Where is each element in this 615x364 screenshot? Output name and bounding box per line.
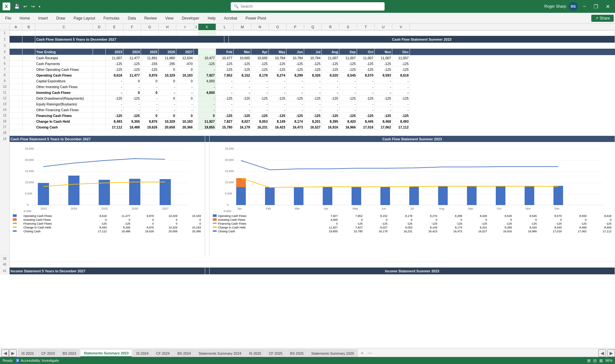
data-cell[interactable]: 9,876 [141, 72, 159, 78]
data-cell[interactable]: 10,695 [234, 55, 251, 61]
restore-button[interactable]: ❐ [591, 3, 601, 10]
col-header-p[interactable]: P [287, 24, 304, 30]
data-cell[interactable] [93, 101, 106, 107]
data-cell[interactable]: -125 [375, 67, 392, 72]
data-cell[interactable]: - [269, 107, 287, 113]
data-cell[interactable]: -125 [392, 61, 410, 67]
data-cell[interactable]: - [269, 101, 287, 107]
data-cell[interactable]: -125 [251, 113, 269, 119]
data-cell[interactable]: - [216, 107, 234, 113]
data-cell[interactable]: 8,545 [339, 72, 357, 78]
col-aug[interactable]: Aug [322, 49, 339, 55]
data-cell[interactable]: 0 [159, 67, 176, 72]
scrollbar-right[interactable]: ▶ [607, 349, 615, 357]
data-cell[interactable]: -125 [375, 61, 392, 67]
data-cell[interactable]: - [176, 107, 194, 113]
data-cell[interactable] [194, 119, 198, 124]
data-cell[interactable]: -125 [269, 61, 287, 67]
data-cell[interactable]: -125 [304, 113, 322, 119]
data-cell[interactable]: -125 [339, 67, 357, 72]
cell-c1[interactable] [35, 30, 93, 36]
data-cell[interactable]: 0 [141, 90, 159, 95]
data-cell[interactable]: 0 [176, 95, 194, 101]
data-cell[interactable]: 0 [123, 90, 141, 95]
data-cell[interactable]: -125 [216, 67, 234, 72]
minimize-button[interactable]: − [580, 3, 588, 10]
data-cell[interactable] [10, 124, 22, 130]
data-cell[interactable] [194, 78, 198, 84]
data-cell[interactable]: - [375, 101, 392, 107]
col-header-u[interactable]: U [375, 24, 392, 30]
cell-j1[interactable] [194, 30, 198, 36]
cell-row39[interactable] [10, 256, 615, 262]
data-cell[interactable]: 10,477 [216, 55, 234, 61]
col-header-n[interactable]: N [251, 24, 269, 30]
data-cell[interactable]: 8,395 [322, 119, 339, 124]
data-cell[interactable]: 11,007 [375, 55, 392, 61]
data-cell[interactable]: 0 [176, 113, 194, 119]
data-cell[interactable] [10, 101, 22, 107]
data-cell[interactable]: - [141, 95, 159, 101]
data-cell[interactable]: 16,179 [234, 124, 251, 130]
data-cell[interactable]: 11,927 [198, 119, 216, 124]
data-cell[interactable]: - [251, 78, 269, 84]
sheet-tab-cf2024[interactable]: CF 2024 [153, 349, 173, 357]
data-cell[interactable]: - [198, 101, 216, 107]
data-cell[interactable]: Other Operating Cash Flows [35, 67, 93, 72]
data-cell[interactable] [22, 107, 35, 113]
data-cell[interactable]: 11,860 [159, 55, 176, 61]
data-cell[interactable]: - [198, 107, 216, 113]
data-cell[interactable]: - [322, 101, 339, 107]
data-cell[interactable]: - [216, 101, 234, 107]
data-cell[interactable]: - [106, 107, 123, 113]
data-cell[interactable]: - [234, 78, 251, 84]
data-cell[interactable]: 8,274 [269, 72, 287, 78]
data-cell[interactable] [22, 67, 35, 72]
data-cell[interactable]: -125 [234, 95, 251, 101]
data-cell[interactable]: - [176, 101, 194, 107]
data-cell[interactable]: - [357, 90, 375, 95]
data-cell[interactable]: 10,329 [159, 119, 176, 124]
data-cell[interactable] [22, 124, 35, 130]
data-cell[interactable]: - [106, 78, 123, 84]
data-cell[interactable]: - [339, 101, 357, 107]
data-cell[interactable]: - [106, 84, 123, 90]
data-cell[interactable]: - [269, 78, 287, 84]
col-header-v[interactable]: V [392, 24, 410, 30]
data-cell[interactable]: 0 [123, 78, 141, 84]
col-header-b[interactable]: B [22, 24, 35, 30]
cell-j2[interactable] [224, 36, 229, 43]
data-cell[interactable]: - [304, 78, 322, 84]
cell-b1[interactable] [22, 30, 35, 36]
data-cell[interactable] [194, 55, 198, 61]
year-ending-label[interactable]: Year Ending [35, 49, 93, 55]
data-cell[interactable]: - [287, 107, 304, 113]
data-cell[interactable]: - [375, 84, 392, 90]
data-cell[interactable]: - [251, 101, 269, 107]
data-cell[interactable]: -125 [106, 113, 123, 119]
data-cell[interactable]: 8,468 [375, 119, 392, 124]
data-cell[interactable]: -125 [269, 95, 287, 101]
data-cell[interactable]: - [123, 107, 141, 113]
cell-e1[interactable] [106, 30, 123, 36]
data-cell[interactable]: 9,876 [141, 119, 159, 124]
data-cell[interactable]: 10,477 [198, 55, 216, 61]
data-cell[interactable]: 15,780 [216, 124, 234, 130]
data-cell[interactable] [93, 78, 106, 84]
col-header-j[interactable]: J [194, 24, 198, 30]
data-cell[interactable]: -125 [357, 61, 375, 67]
col-oct[interactable]: Oct [357, 49, 375, 55]
data-cell[interactable] [93, 55, 106, 61]
cell-j4[interactable] [194, 49, 198, 55]
data-cell[interactable] [10, 55, 22, 61]
col-sep[interactable]: Sep [339, 49, 357, 55]
data-cell[interactable]: - [304, 107, 322, 113]
data-cell[interactable]: - [392, 107, 410, 113]
data-cell[interactable]: -125 [251, 67, 269, 72]
sheet-tab-bs2023[interactable]: BS 2023 [59, 349, 79, 357]
data-cell[interactable]: -125 [269, 67, 287, 72]
data-cell[interactable]: 17,112 [106, 124, 123, 130]
col-header-d[interactable]: D [93, 24, 106, 30]
data-cell[interactable]: 11,007 [106, 55, 123, 61]
data-cell[interactable] [22, 61, 35, 67]
